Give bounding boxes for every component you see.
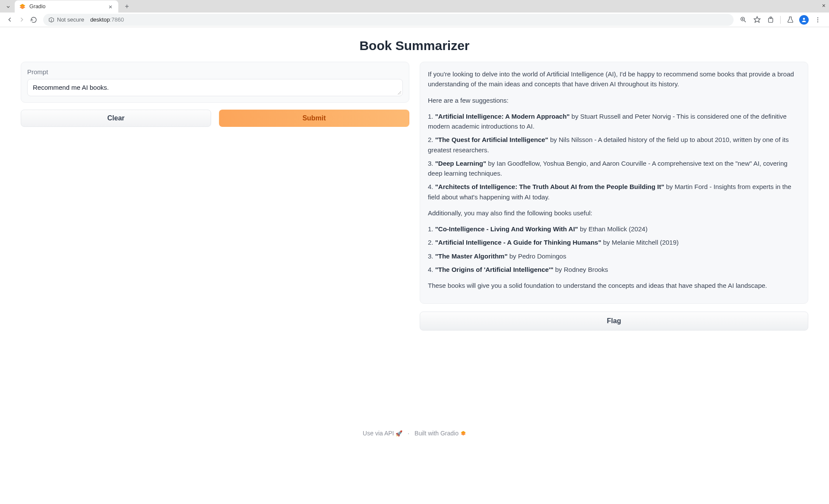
list-item: 3. "The Master Algorithm" by Pedro Domin… <box>428 251 800 261</box>
page-content: Book Summarizer Prompt Recommend me AI b… <box>0 27 829 445</box>
labs-icon[interactable] <box>784 14 796 26</box>
built-with-gradio-link[interactable]: Built with Gradio <box>414 430 466 437</box>
output-column: If you're looking to delve into the worl… <box>420 62 808 331</box>
svg-point-15 <box>817 21 818 22</box>
list-item: 1. "Artificial Intelligence: A Modern Ap… <box>428 111 800 132</box>
prompt-input-value: Recommend me AI books. <box>33 84 109 91</box>
browser-chrome: Gradio × + × Not secure desktop:7860 <box>0 0 829 27</box>
gradio-favicon-icon <box>19 3 26 10</box>
not-secure-icon <box>48 17 54 23</box>
forward-button[interactable] <box>16 14 28 26</box>
browser-toolbar: Not secure desktop:7860 <box>0 13 829 27</box>
use-via-api-link[interactable]: Use via API 🚀 <box>363 430 402 437</box>
prompt-input[interactable]: Recommend me AI books. <box>27 79 403 96</box>
toolbar-divider <box>780 16 781 24</box>
clear-button[interactable]: Clear <box>21 110 211 127</box>
list-item: 4. "The Origins of 'Artificial Intellige… <box>428 265 800 274</box>
output-panel: If you're looking to delve into the worl… <box>420 62 808 304</box>
output-list-2: 1. "Co-Intelligence - Living And Working… <box>428 224 800 274</box>
list-item: 2. "The Quest for Artificial Intelligenc… <box>428 135 800 155</box>
tab-title: Gradio <box>29 3 107 9</box>
svg-marker-17 <box>461 433 466 436</box>
tab-search-dropdown[interactable] <box>3 2 14 12</box>
submit-button[interactable]: Submit <box>219 110 409 127</box>
list-item: 1. "Co-Intelligence - Living And Working… <box>428 224 800 234</box>
svg-rect-9 <box>768 18 772 22</box>
app-body: Prompt Recommend me AI books. Clear Subm… <box>0 62 829 331</box>
back-button[interactable] <box>3 14 16 26</box>
extensions-icon[interactable] <box>765 14 777 26</box>
flag-button[interactable]: Flag <box>420 312 808 331</box>
reload-button[interactable] <box>28 14 40 26</box>
list-item: 3. "Deep Learning" by Ian Goodfellow, Yo… <box>428 158 800 179</box>
list-item: 4. "Architects of Intelligence: The Trut… <box>428 182 800 202</box>
output-list-1: 1. "Artificial Intelligence: A Modern Ap… <box>428 111 800 202</box>
security-label: Not secure <box>57 16 84 23</box>
svg-point-3 <box>51 20 52 21</box>
svg-marker-8 <box>754 16 760 22</box>
window-close-icon[interactable]: × <box>822 2 826 9</box>
app-title: Book Summarizer <box>0 38 829 53</box>
svg-point-14 <box>817 19 818 20</box>
gradio-logo-icon <box>460 430 466 437</box>
output-closing: These books will give you a solid founda… <box>428 280 800 290</box>
menu-icon[interactable] <box>812 14 824 26</box>
address-bar[interactable]: Not secure desktop:7860 <box>43 14 734 26</box>
svg-marker-1 <box>19 6 25 9</box>
output-additional-lead: Additionally, you may also find the foll… <box>428 208 800 218</box>
button-row: Clear Submit <box>21 110 409 127</box>
url-port: :7860 <box>110 16 124 23</box>
svg-line-5 <box>744 21 746 22</box>
zoom-icon[interactable] <box>737 14 749 26</box>
svg-rect-10 <box>770 17 772 19</box>
output-intro: If you're looking to delve into the worl… <box>428 69 800 89</box>
api-rocket-icon: 🚀 <box>396 430 402 437</box>
svg-point-12 <box>803 18 805 20</box>
url-host: desktop <box>90 16 110 23</box>
new-tab-button[interactable]: + <box>121 0 133 13</box>
svg-point-13 <box>817 17 818 18</box>
prompt-label: Prompt <box>27 68 403 76</box>
input-column: Prompt Recommend me AI books. Clear Subm… <box>21 62 409 331</box>
footer: Use via API 🚀 · Built with Gradio <box>0 430 829 437</box>
browser-tab[interactable]: Gradio × <box>15 0 118 13</box>
close-tab-icon[interactable]: × <box>107 3 114 10</box>
tab-bar: Gradio × + × <box>0 0 829 13</box>
list-item: 2. "Artificial Intelligence - A Guide fo… <box>428 237 800 247</box>
toolbar-icons <box>737 14 826 26</box>
prompt-panel: Prompt Recommend me AI books. <box>21 62 409 103</box>
bookmark-icon[interactable] <box>751 14 763 26</box>
profile-button[interactable] <box>798 14 810 26</box>
output-suggestions-lead: Here are a few suggestions: <box>428 95 800 105</box>
